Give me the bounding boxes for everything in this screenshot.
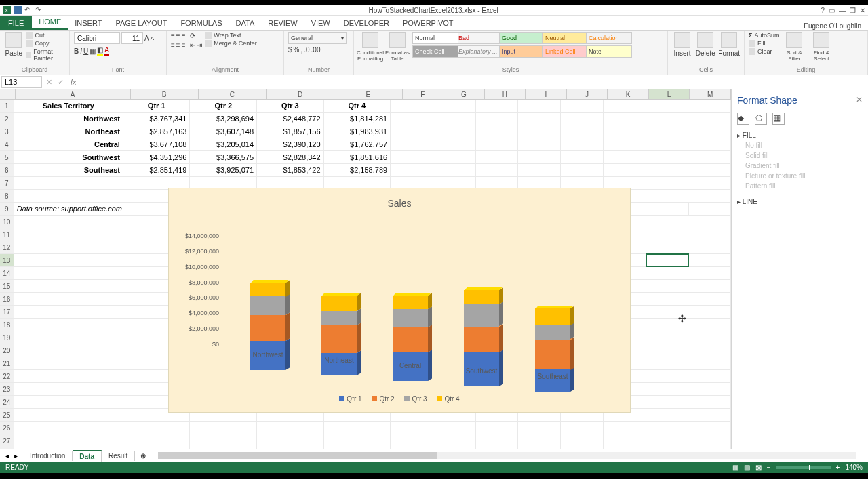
- col-header[interactable]: D: [267, 89, 334, 99]
- row-header[interactable]: 28: [0, 447, 14, 449]
- cell[interactable]: [14, 216, 123, 228]
- cell[interactable]: [518, 422, 561, 434]
- tab-review[interactable]: REVIEW: [261, 16, 304, 30]
- tab-home[interactable]: HOME: [32, 14, 68, 30]
- bar-segment[interactable]: [250, 315, 285, 341]
- row-header[interactable]: 12: [0, 241, 14, 253]
- help-icon[interactable]: ?: [821, 7, 825, 14]
- bar-segment[interactable]: [250, 296, 285, 315]
- row-header[interactable]: 17: [0, 306, 14, 318]
- cell[interactable]: Qtr 4: [324, 100, 391, 112]
- zoom-level[interactable]: 140%: [845, 464, 863, 471]
- fill-section[interactable]: ▸ FILL: [737, 131, 863, 139]
- cell[interactable]: [518, 113, 561, 125]
- cell[interactable]: [433, 151, 476, 163]
- cell[interactable]: [391, 434, 433, 447]
- cell[interactable]: [688, 370, 731, 382]
- tab-data[interactable]: DATA: [229, 16, 262, 30]
- col-header[interactable]: J: [567, 89, 608, 99]
- cell[interactable]: [646, 216, 689, 228]
- cell[interactable]: [646, 383, 689, 395]
- cell[interactable]: Sales Territory: [14, 100, 123, 112]
- row-header[interactable]: 26: [0, 422, 14, 434]
- style-note[interactable]: Note: [586, 45, 632, 58]
- cell[interactable]: [688, 344, 731, 357]
- row-header[interactable]: 2: [0, 113, 14, 125]
- tab-insert[interactable]: INSERT: [68, 16, 108, 30]
- style-check-cell[interactable]: Check Cell: [412, 45, 458, 58]
- cell[interactable]: [688, 100, 731, 112]
- cell[interactable]: [391, 100, 433, 112]
- sheet-tab-data[interactable]: Data: [73, 450, 102, 462]
- orientation-icon[interactable]: ⟳: [190, 32, 195, 39]
- cell[interactable]: [688, 177, 731, 189]
- cell[interactable]: [123, 447, 191, 449]
- row-header[interactable]: 4: [0, 138, 14, 150]
- cell[interactable]: [646, 228, 689, 241]
- align-top-icon[interactable]: ≡: [171, 32, 175, 39]
- row-header[interactable]: 19: [0, 331, 14, 344]
- zoom-slider[interactable]: [776, 466, 831, 469]
- cell[interactable]: [476, 447, 519, 449]
- cell[interactable]: [561, 422, 604, 434]
- cell[interactable]: [688, 190, 731, 202]
- format-cells-button[interactable]: Format: [718, 32, 740, 57]
- cell[interactable]: $3,298,694: [190, 113, 257, 125]
- autosum-button[interactable]: Σ AutoSum: [749, 32, 779, 39]
- cell[interactable]: [476, 113, 519, 125]
- cell[interactable]: [646, 409, 689, 421]
- cell[interactable]: [391, 113, 433, 125]
- bar-segment[interactable]: [535, 340, 570, 370]
- style-input[interactable]: Input: [499, 45, 545, 58]
- bar-segment[interactable]: [393, 327, 428, 352]
- cell[interactable]: $3,205,014: [190, 138, 257, 150]
- minimize-icon[interactable]: —: [839, 7, 846, 14]
- cell[interactable]: [14, 280, 123, 292]
- cell[interactable]: Data source: support.office.com: [14, 203, 125, 215]
- cell[interactable]: $1,762,757: [324, 138, 391, 150]
- tab-nav-next-icon[interactable]: ▸: [14, 452, 23, 460]
- cell[interactable]: [561, 151, 604, 163]
- underline-button[interactable]: U: [83, 47, 88, 55]
- number-format[interactable]: General▾: [288, 32, 347, 44]
- cell[interactable]: [14, 357, 123, 369]
- format-table-button[interactable]: Format as Table: [385, 32, 410, 62]
- cell[interactable]: [646, 113, 689, 125]
- cell[interactable]: [433, 100, 476, 112]
- cell[interactable]: [646, 331, 689, 344]
- style-bad[interactable]: Bad: [456, 32, 502, 44]
- cell[interactable]: $3,366,575: [190, 151, 257, 163]
- cell[interactable]: Northeast: [14, 125, 123, 138]
- bar-segment[interactable]: [393, 309, 428, 327]
- cell[interactable]: Qtr 2: [190, 100, 257, 112]
- name-box[interactable]: [1, 76, 42, 88]
- copy-button[interactable]: Copy: [26, 40, 65, 47]
- cell[interactable]: Northwest: [14, 113, 123, 125]
- row-header[interactable]: 20: [0, 344, 14, 357]
- font-size[interactable]: [121, 32, 143, 44]
- cell[interactable]: [391, 164, 433, 176]
- style-linked-cell[interactable]: Linked Cell: [542, 45, 589, 58]
- comma-icon[interactable]: ,: [300, 46, 302, 54]
- cell[interactable]: [561, 113, 604, 125]
- cell[interactable]: $1,853,422: [257, 164, 324, 176]
- delete-cells-button[interactable]: Delete: [695, 32, 715, 57]
- row-header[interactable]: 6: [0, 164, 14, 176]
- cell[interactable]: [688, 293, 731, 305]
- cell[interactable]: [646, 357, 689, 369]
- insert-cells-button[interactable]: Insert: [672, 32, 692, 57]
- cell[interactable]: [518, 434, 561, 447]
- cell[interactable]: [604, 164, 646, 176]
- sheet-tab-result[interactable]: Result: [102, 451, 135, 461]
- cell[interactable]: [14, 396, 123, 408]
- bar-segment[interactable]: [250, 283, 285, 297]
- find-select-button[interactable]: Find & Select: [809, 32, 833, 62]
- cell[interactable]: [14, 241, 123, 253]
- style-good[interactable]: Good: [499, 32, 545, 44]
- tab-page-layout[interactable]: PAGE LAYOUT: [108, 16, 174, 30]
- sales-chart[interactable]: Sales $0$2,000,000$4,000,000$6,000,000$8…: [168, 188, 631, 413]
- cell[interactable]: [518, 151, 561, 163]
- cell[interactable]: [433, 164, 476, 176]
- line-section[interactable]: ▸ LINE: [737, 198, 863, 205]
- hscrollbar[interactable]: [158, 452, 856, 459]
